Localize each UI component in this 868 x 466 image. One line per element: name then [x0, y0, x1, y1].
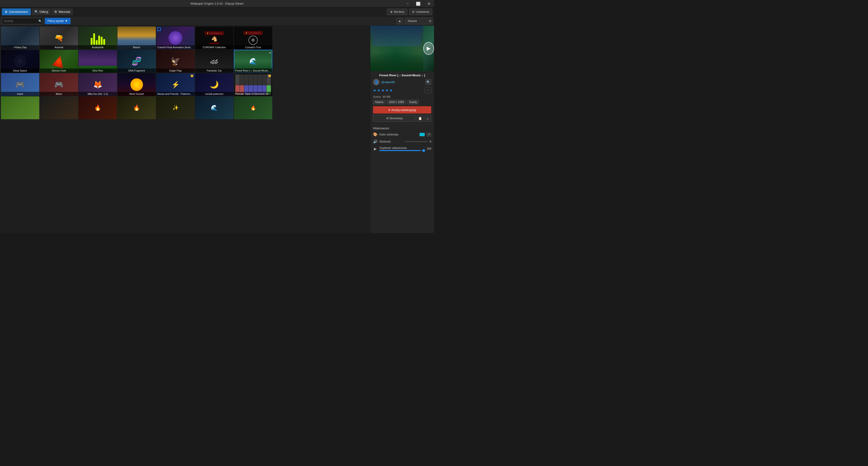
tag-resolution[interactable]: 1920 x 1080: [387, 100, 406, 104]
wallpaper-item-corsair1[interactable]: ⚡ CUE ENABLED 🐴 CORSAIR CORSAIR Collecti…: [195, 27, 234, 49]
volume-slider[interactable]: [405, 141, 428, 142]
discover-nav-button[interactable]: 🔍 Odkryj: [32, 8, 51, 15]
wallpaper-label-nessa: Nessa and Friends - Pokemon Sword & Shie…: [156, 92, 195, 96]
wallpaper-label-mario2: Mario: [40, 92, 78, 96]
maximize-button[interactable]: ⬜: [413, 0, 424, 7]
star-5: ★: [390, 88, 393, 93]
wallpaper-item-audiophile[interactable]: Audiophile: [79, 27, 117, 49]
wallpaper-item-eagle[interactable]: 🦅 Eagle Flag: [156, 50, 195, 73]
filter-button[interactable]: Filtruj wyniki ▼: [45, 18, 70, 24]
wallpaper-item-partial6[interactable]: 🌊: [195, 96, 234, 119]
wallpaper-label-beach: Beach: [117, 45, 156, 49]
monitors-button[interactable]: 🖥 Monitory: [387, 9, 407, 15]
installed-nav-button[interactable]: 🖥 Zainstalowane: [2, 8, 31, 15]
wallpaper-thumbnail-partial1: [1, 96, 39, 119]
wallpaper-label-dino: Dino Run: [79, 68, 117, 73]
right-panel: ▶ Forest River [ ♪ Sound+Music ♪ ] 👤 @xa…: [370, 26, 434, 233]
report-button[interactable]: ⚠: [425, 115, 431, 122]
navbar: 🖥 Zainstalowane 🔍 Odkryj ⚙ Warsztat 🖥 Mo…: [0, 7, 434, 17]
wallpaper-item-deepspace[interactable]: Deep Space: [1, 50, 39, 73]
favorite-button[interactable]: ♡: [425, 87, 431, 93]
settings-label: Ustawienia: [416, 10, 429, 13]
wallpaper-thumbnail-partial6: 🌊: [195, 96, 234, 119]
wallpaper-item-nessa[interactable]: ⚡ 👑 Nessa and Friends - Pokemon Sword & …: [156, 73, 195, 96]
grid-row: • Rainy Day 🔫 Arsenal Audiophile: [1, 27, 369, 49]
wallpaper-item-periodic[interactable]: H He 👑 Per: [234, 73, 272, 96]
wallpaper-item-partial2[interactable]: [40, 96, 78, 119]
wallpaper-item-mikofox[interactable]: 🦊 Miko fox (Ver. 1.2): [79, 73, 117, 96]
wallpaper-item-partial3[interactable]: 🔥: [79, 96, 117, 119]
comment-button[interactable]: ⚙ Skomentuj: [373, 115, 416, 122]
panel-properties: Właściwości 🎨 Kolor schematu ▼ 🔊 Głośnoś…: [370, 124, 434, 233]
wallpaper-item-dino[interactable]: Dino Run: [79, 50, 117, 73]
search-submit-button[interactable]: 🔍: [38, 19, 42, 23]
scene-size: 88 MB: [382, 95, 391, 98]
wallpaper-grid[interactable]: • Rainy Day 🔫 Arsenal Audiophile: [0, 26, 370, 233]
wallpaper-label-rainy: • Rainy Day: [1, 45, 39, 49]
wallpaper-label-arsenal: Arsenal: [40, 45, 78, 49]
wallpaper-item-fantastic[interactable]: 🏎 Fantastic Car: [195, 50, 234, 73]
sort-select[interactable]: Nazwa: [405, 18, 432, 24]
search-input[interactable]: [2, 18, 43, 24]
wallpaper-label-fantastic: Fantastic Car: [195, 68, 234, 73]
wallpaper-label-deepspace: Deep Space: [1, 68, 39, 73]
wallpaper-label-mikofox: Miko fox (Ver. 1.2): [79, 92, 117, 96]
color-dropdown-arrow[interactable]: ▼: [427, 133, 431, 136]
color-swatch[interactable]: [420, 133, 425, 136]
minimize-button[interactable]: −: [402, 0, 413, 7]
wallpaper-item-mario2[interactable]: 🎮 Mario: [40, 73, 78, 96]
wallpaper-item-mario1[interactable]: 🎮 mario: [1, 73, 39, 96]
wallpaper-label-mario1: mario: [1, 92, 39, 96]
speed-slider[interactable]: [379, 150, 425, 151]
monitors-label: Monitory: [394, 10, 404, 13]
close-button[interactable]: ✕: [424, 0, 434, 7]
wallpaper-thumbnail-partial3: 🔥: [79, 96, 117, 119]
wallpaper-item-demon[interactable]: Demon Core: [40, 50, 78, 73]
crown-icon-nessa: 👑: [190, 74, 194, 77]
star-3: ★: [381, 88, 384, 93]
author-search-button[interactable]: 🔍: [425, 79, 431, 85]
wallpaper-label-corsair1: CORSAIR Collection: [195, 45, 234, 49]
panel-info: Forest River [ ♪ Sound+Music ♪ ] 👤 @xake…: [370, 71, 434, 124]
wallpaper-item-neon[interactable]: Neon Sunset: [117, 73, 156, 96]
wallpaper-item-rainy[interactable]: • Rainy Day: [1, 27, 39, 49]
wallpaper-label-noctali: noctali pokemon: [195, 92, 234, 96]
searchbar: 🔍 Filtruj wyniki ▼ ▲ Nazwa: [0, 17, 434, 26]
wallpaper-item-dna[interactable]: 🧬 DNA Fragment: [117, 50, 156, 73]
wallpaper-item-fluid[interactable]: Colorful Fluid Animation [Audio Responsi…: [156, 27, 195, 49]
wallpaper-item-partial1[interactable]: [1, 96, 39, 119]
tag-nature[interactable]: Natura: [373, 100, 385, 104]
tag-every[interactable]: Każdy: [407, 100, 419, 104]
rating-row: ★ ★ ★ ★ ★ ♡: [373, 87, 431, 93]
wallpaper-item-noctali[interactable]: 🌙 noctali pokemon: [195, 73, 234, 96]
wallpaper-item-forest[interactable]: 🌊 ☁ Forest River [ ♪ Sound+Music ♪ ]: [234, 50, 272, 73]
wallpaper-item-corsair2[interactable]: ⚡ CUE ENABLED ⚙ CorsairO-Tron: [234, 27, 272, 49]
scene-info: Scena 88 MB: [373, 95, 431, 98]
grid-row: Deep Space Demon Core Dino Run 🧬 DNA Fra…: [1, 50, 369, 73]
filter-label: Filtruj wyniki: [48, 19, 64, 23]
wallpaper-label-neon: Neon Sunset: [117, 92, 156, 96]
wallpaper-item-partial5[interactable]: ✨: [156, 96, 195, 119]
unsubscribe-button[interactable]: ✕ Anuluj subskrypcję: [373, 106, 431, 114]
copy-button[interactable]: 📋: [416, 115, 424, 122]
sort-wrapper: ▲ Nazwa: [397, 18, 432, 24]
wallpaper-item-partial4[interactable]: 🔥: [117, 96, 156, 119]
monitor-icon: 🖥: [390, 10, 393, 13]
workshop-nav-button[interactable]: ⚙ Warsztat: [52, 8, 73, 15]
wallpaper-item-arsenal[interactable]: 🔫 Arsenal: [40, 27, 78, 49]
wallpaper-item-beach[interactable]: Beach: [117, 27, 156, 49]
speed-value: 163: [427, 147, 431, 150]
grid-row: 🔥 🔥 ✨ 🌊 🔥: [1, 96, 369, 119]
installed-label: Zainstalowane: [9, 10, 28, 13]
panel-author: 👤 @xaker89 🔍: [373, 79, 431, 85]
titlebar: Wallpaper Engine 1.5.42 - Edycja Steam −…: [0, 0, 434, 7]
crown-icon-periodic: 👑: [268, 74, 271, 77]
wallpaper-item-partial7[interactable]: 🔥: [234, 96, 272, 119]
sort-direction-button[interactable]: ▲: [397, 18, 403, 24]
play-button[interactable]: ▶: [423, 42, 434, 55]
comment-row: ⚙ Skomentuj 📋 ⚠: [373, 115, 431, 122]
settings-button[interactable]: ⚙ Ustawienia: [409, 9, 432, 15]
author-name[interactable]: @xaker89: [381, 81, 395, 84]
speed-label: Szybkość odtwarzania: [379, 147, 425, 150]
volume-icon: 🔊: [373, 139, 378, 144]
